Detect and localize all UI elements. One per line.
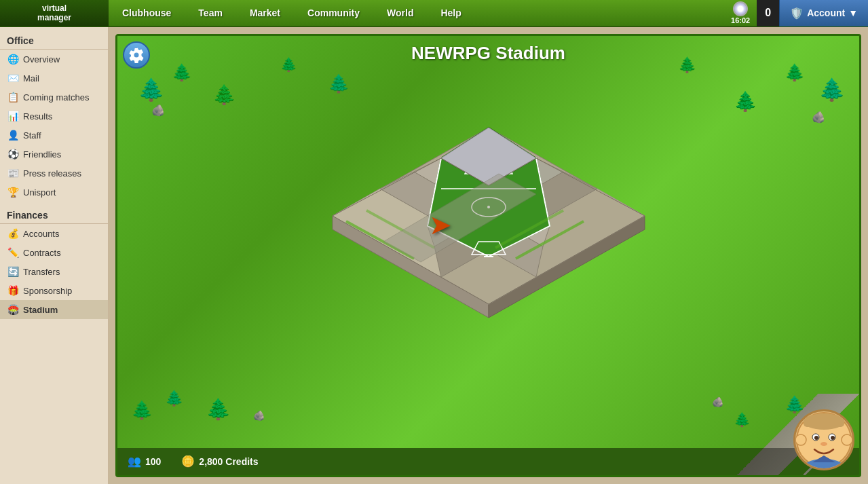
sidebar-item-stadium[interactable]: 🏟️ Stadium: [0, 300, 108, 319]
coming-matches-label: Coming matches: [23, 92, 90, 103]
svg-point-35: [831, 436, 835, 440]
sidebar-item-friendlies[interactable]: ⚽ Friendlies: [0, 145, 108, 164]
friendlies-label: Friendlies: [23, 149, 61, 160]
credits-badge: 0: [757, 0, 779, 26]
nav-team[interactable]: Team: [185, 0, 236, 26]
sidebar-item-accounts[interactable]: 💰 Accounts: [0, 224, 108, 243]
nav-right: 16:02 0 🛡️ Account ▼: [724, 0, 868, 26]
account-label: Account: [807, 7, 845, 18]
office-section-header: Office: [0, 30, 108, 50]
contracts-label: Contracts: [23, 248, 61, 258]
sidebar-item-coming-matches[interactable]: 📋 Coming matches: [0, 88, 108, 107]
press-releases-label: Press releases: [23, 168, 81, 179]
nav-market[interactable]: Market: [236, 0, 294, 26]
sidebar-item-sponsorship[interactable]: 🎁 Sponsorship: [0, 281, 108, 300]
sidebar-item-unisport[interactable]: 🏆 Unisport: [0, 183, 108, 202]
sidebar-item-transfers[interactable]: 🔄 Transfers: [0, 262, 108, 281]
fans-icon: 👥: [128, 455, 141, 468]
friendlies-icon: ⚽: [7, 148, 19, 160]
nav-help[interactable]: Help: [427, 0, 474, 26]
stadium-status-bar: 👥 100 🪙 2,800 Credits: [117, 448, 859, 475]
clock-area: 16:02: [724, 1, 757, 24]
unisport-icon: 🏆: [7, 186, 19, 198]
account-dropdown-icon: ▼: [848, 7, 858, 18]
staff-icon: 👤: [7, 129, 19, 141]
account-button[interactable]: 🛡️ Account ▼: [779, 0, 868, 26]
coming-matches-icon: 📋: [7, 91, 19, 103]
nav-community[interactable]: Community: [294, 0, 373, 26]
staff-label: Staff: [23, 130, 41, 141]
nav-clubhouse[interactable]: Clubhouse: [109, 0, 185, 26]
overview-label: Overview: [23, 54, 60, 64]
clock-time: 16:02: [731, 16, 750, 24]
fans-status: 👥 100: [128, 455, 161, 468]
sidebar-item-contracts[interactable]: ✏️ Contracts: [0, 243, 108, 262]
accounts-icon: 💰: [7, 227, 19, 240]
sidebar-item-results[interactable]: 📊 Results: [0, 107, 108, 126]
nav-world[interactable]: World: [373, 0, 427, 26]
finances-section-header: Finances: [0, 204, 108, 224]
main-content: NEWRPG Stadium 🌲 🌲 🌲 🌲 🌲 🌲 🌲 🌲 🌲 🌲 🌲 🌲: [109, 27, 868, 484]
sponsorship-label: Sponsorship: [23, 286, 72, 296]
logo-text: virtual manager: [37, 3, 71, 23]
sidebar-item-press-releases[interactable]: 📰 Press releases: [0, 164, 108, 183]
logo[interactable]: virtual manager: [0, 0, 109, 26]
contracts-icon: ✏️: [7, 246, 19, 259]
svg-point-36: [820, 442, 827, 446]
clock-icon: [733, 1, 748, 16]
transfers-label: Transfers: [23, 267, 60, 277]
svg-point-29: [842, 434, 852, 445]
results-icon: 📊: [7, 110, 19, 122]
mail-label: Mail: [23, 73, 39, 83]
press-releases-icon: 📰: [7, 167, 19, 179]
main-layout: Office 🌐 Overview ✉️ Mail 📋 Coming match…: [0, 27, 868, 484]
transfers-icon: 🔄: [7, 265, 19, 278]
stadium-title: NEWRPG Stadium: [117, 43, 859, 64]
credits-coin-icon: 🪙: [181, 455, 195, 468]
credits-value: 2,800 Credits: [199, 456, 258, 467]
stadium-icon: 🏟️: [7, 303, 19, 316]
svg-point-28: [795, 434, 806, 445]
svg-point-34: [814, 436, 818, 440]
sponsorship-icon: 🎁: [7, 284, 19, 297]
overview-icon: 🌐: [7, 53, 19, 65]
credits-status: 🪙 2,800 Credits: [181, 455, 258, 468]
top-navigation: virtual manager Clubhouse Team Market Co…: [0, 0, 868, 27]
sidebar: Office 🌐 Overview ✉️ Mail 📋 Coming match…: [0, 27, 109, 484]
stadium-ground: 🌲 🌲 🌲 🌲 🌲 🌲 🌲 🌲 🌲 🌲 🌲 🌲 🌲 🌲 🌲 🪨 🪨: [117, 36, 859, 475]
accounts-label: Accounts: [23, 229, 59, 239]
svg-rect-31: [804, 417, 844, 427]
sidebar-item-staff[interactable]: 👤 Staff: [0, 126, 108, 145]
character-avatar[interactable]: [793, 409, 854, 470]
unisport-label: Unisport: [23, 187, 56, 198]
fans-count: 100: [145, 456, 161, 467]
stadium-label: Stadium: [23, 305, 58, 315]
character-svg: [795, 411, 852, 468]
sidebar-item-mail[interactable]: ✉️ Mail: [0, 69, 108, 88]
mail-icon: ✉️: [7, 72, 19, 84]
sidebar-item-overview[interactable]: 🌐 Overview: [0, 50, 108, 69]
stadium-arrow: ➤: [429, 209, 452, 240]
stadium-svg: [278, 73, 699, 331]
stadium-panel: NEWRPG Stadium 🌲 🌲 🌲 🌲 🌲 🌲 🌲 🌲 🌲 🌲 🌲 🌲: [115, 34, 861, 477]
results-label: Results: [23, 111, 52, 122]
